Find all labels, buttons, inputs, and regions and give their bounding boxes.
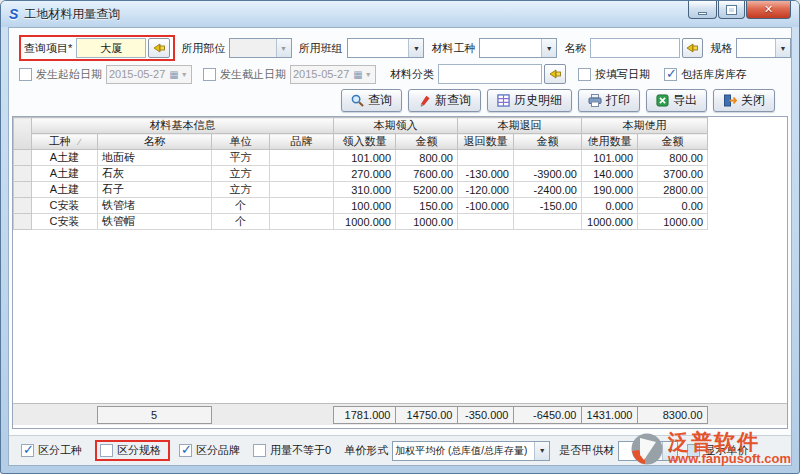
query-button[interactable]: 查询 — [341, 89, 402, 112]
table-cell[interactable]: 石子 — [98, 182, 212, 198]
table-cell[interactable] — [270, 182, 334, 198]
table-cell[interactable]: A土建 — [32, 166, 98, 182]
close-window-button[interactable]: 关闭 — [713, 89, 775, 112]
column-header-4[interactable]: 品牌 — [270, 134, 334, 150]
start-date-checkbox[interactable] — [19, 68, 32, 81]
column-header-8[interactable]: 金额 — [514, 134, 582, 150]
table-cell[interactable] — [270, 150, 334, 166]
worktype-combo[interactable]: ▼ — [479, 38, 557, 58]
table-cell[interactable]: 立方 — [212, 182, 270, 198]
column-header-3[interactable]: 单位 — [212, 134, 270, 150]
table-cell[interactable]: 1000.000 — [334, 214, 396, 230]
table-cell[interactable]: 0.00 — [638, 198, 708, 214]
table-cell[interactable]: 101.000 — [334, 150, 396, 166]
table-cell[interactable]: 1000.00 — [396, 214, 458, 230]
table-cell[interactable]: 平方 — [212, 150, 270, 166]
table-cell[interactable]: -130.000 — [458, 166, 514, 182]
titlebar[interactable]: S 工地材料用量查询 ✕ — [1, 1, 799, 27]
close-button[interactable]: ✕ — [746, 1, 791, 19]
history-detail-button[interactable]: 历史明细 — [487, 89, 572, 112]
column-header-6[interactable]: 金额 — [396, 134, 458, 150]
table-row[interactable]: A土建石灰立方270.0007600.00-130.000-3900.00140… — [14, 166, 708, 182]
table-row[interactable]: C安装铁管堵个100.000150.00-100.000-150.000.000… — [14, 198, 708, 214]
table-cell[interactable]: -3900.00 — [514, 166, 582, 182]
table-cell[interactable]: A土建 — [32, 182, 98, 198]
row-indicator[interactable] — [14, 166, 32, 182]
column-header-9[interactable]: 使用数量 — [582, 134, 638, 150]
category-input[interactable] — [438, 64, 542, 84]
table-cell[interactable]: C安装 — [32, 198, 98, 214]
table-cell[interactable] — [458, 150, 514, 166]
table-cell[interactable] — [458, 214, 514, 230]
table-cell[interactable]: 个 — [212, 214, 270, 230]
name-lookup-button[interactable] — [682, 38, 703, 58]
table-cell[interactable]: 800.00 — [396, 150, 458, 166]
table-cell[interactable]: 2800.00 — [638, 182, 708, 198]
start-date-field[interactable]: 2015-05-27 ▦ ▼ — [106, 65, 192, 84]
maximize-button[interactable] — [718, 1, 745, 19]
table-cell[interactable]: 地面砖 — [98, 150, 212, 166]
table-cell[interactable]: 个 — [212, 198, 270, 214]
table-cell[interactable]: -120.000 — [458, 182, 514, 198]
table-cell[interactable]: 铁管帽 — [98, 214, 212, 230]
table-cell[interactable]: 1000.00 — [638, 214, 708, 230]
row-indicator[interactable] — [14, 182, 32, 198]
name-input[interactable] — [590, 38, 680, 58]
table-cell[interactable]: 140.000 — [582, 166, 638, 182]
table-cell[interactable]: 310.000 — [334, 182, 396, 198]
table-row[interactable]: C安装铁管帽个1000.0001000.001000.0001000.00 — [14, 214, 708, 230]
table-cell[interactable]: 铁管堵 — [98, 198, 212, 214]
table-cell[interactable] — [270, 166, 334, 182]
table-row[interactable]: A土建石子立方310.0005200.00-120.000-2400.00190… — [14, 182, 708, 198]
by-fill-date-checkbox[interactable] — [578, 68, 591, 81]
team-combo[interactable]: ▼ — [347, 38, 425, 58]
part-combo[interactable]: ▼ — [229, 38, 291, 58]
table-cell[interactable]: 立方 — [212, 166, 270, 182]
column-header-1[interactable]: 工种∕ — [32, 134, 98, 150]
row-indicator[interactable] — [14, 214, 32, 230]
new-query-button[interactable]: 新查询 — [408, 89, 481, 112]
distinguish-worktype-checkbox[interactable] — [21, 444, 34, 457]
end-date-checkbox[interactable] — [203, 68, 216, 81]
distinguish-brand-checkbox[interactable] — [179, 444, 192, 457]
table-cell[interactable]: 1000.000 — [582, 214, 638, 230]
table-cell[interactable] — [270, 198, 334, 214]
table-cell[interactable]: 101.000 — [582, 150, 638, 166]
distinguish-spec-checkbox[interactable] — [100, 444, 113, 457]
row-indicator[interactable] — [14, 150, 32, 166]
project-input[interactable]: 大厦 — [76, 38, 146, 58]
include-stock-checkbox[interactable] — [664, 68, 677, 81]
price-form-combo[interactable]: 加权平均价 (总库值/总库存量) ▼ — [392, 441, 550, 461]
table-cell[interactable]: 7600.00 — [396, 166, 458, 182]
table-cell[interactable]: 270.000 — [334, 166, 396, 182]
column-header-5[interactable]: 领入数量 — [334, 134, 396, 150]
table-cell[interactable]: 3700.00 — [638, 166, 708, 182]
export-button[interactable]: 导出 — [646, 89, 707, 112]
table-cell[interactable]: 石灰 — [98, 166, 212, 182]
table-row[interactable]: A土建地面砖平方101.000800.00101.000800.00 — [14, 150, 708, 166]
table-cell[interactable]: -100.000 — [458, 198, 514, 214]
table-cell[interactable]: -150.00 — [514, 198, 582, 214]
usage-nonzero-checkbox[interactable] — [253, 444, 266, 457]
end-date-field[interactable]: 2015-05-27 ▦ ▼ — [290, 65, 376, 84]
print-button[interactable]: 打印 — [578, 89, 640, 112]
column-header-10[interactable]: 金额 — [638, 134, 708, 150]
minimize-button[interactable] — [688, 1, 717, 19]
table-cell[interactable]: 100.000 — [334, 198, 396, 214]
table-cell[interactable]: 800.00 — [638, 150, 708, 166]
row-indicator[interactable] — [14, 198, 32, 214]
table-cell[interactable]: 190.000 — [582, 182, 638, 198]
table-cell[interactable] — [270, 214, 334, 230]
table-cell[interactable]: A土建 — [32, 150, 98, 166]
column-header-7[interactable]: 退回数量 — [458, 134, 514, 150]
table-cell[interactable]: C安装 — [32, 214, 98, 230]
table-cell[interactable]: 0.000 — [582, 198, 638, 214]
category-lookup-button[interactable] — [544, 64, 566, 84]
table-cell[interactable] — [514, 214, 582, 230]
column-header-2[interactable]: 名称 — [98, 134, 212, 150]
table-cell[interactable]: 5200.00 — [396, 182, 458, 198]
table-cell[interactable] — [514, 150, 582, 166]
table-cell[interactable]: 150.00 — [396, 198, 458, 214]
project-lookup-button[interactable] — [148, 38, 170, 58]
table-cell[interactable]: -2400.00 — [514, 182, 582, 198]
